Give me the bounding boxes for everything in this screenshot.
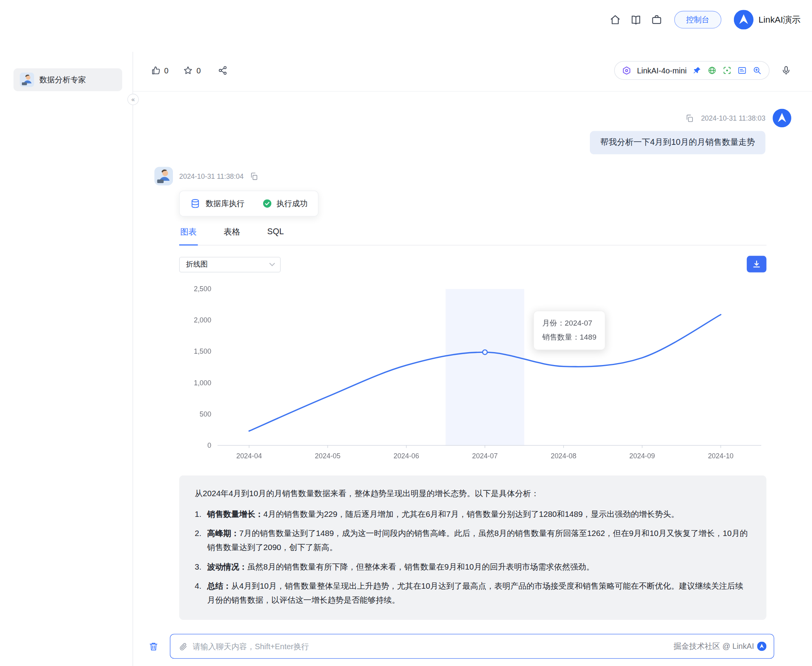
message-input-box[interactable]: 掘金技术社区 @ LinkAI xyxy=(170,634,774,659)
download-chart-button[interactable] xyxy=(747,256,766,272)
svg-text:2024-07: 2024-07 xyxy=(472,452,498,460)
clear-chat-button[interactable] xyxy=(149,641,158,651)
chart-type-value: 折线图 xyxy=(186,260,208,269)
assistant-message-timestamp: 2024-10-31 11:38:04 xyxy=(179,172,244,180)
success-check-icon xyxy=(263,199,271,208)
chart-tooltip: 月份：2024-07 销售数量：1489 xyxy=(533,311,605,350)
chevron-down-icon xyxy=(269,263,275,267)
brand-name: LinkAI演示 xyxy=(759,14,801,26)
user-avatar xyxy=(773,109,791,128)
tool-title: 数据库执行 xyxy=(206,199,244,208)
user-message-bubble: 帮我分析一下4月到10月的月销售数量走势 xyxy=(590,131,765,155)
sidebar-collapse-button[interactable]: « xyxy=(127,94,139,105)
analysis-item: 3. 波动情况：虽然8月的销售数量有所下降，但整体来看，销售数量在9月和10月的… xyxy=(195,560,751,574)
web-search-plugin-icon[interactable] xyxy=(707,66,717,75)
scan-plugin-icon[interactable] xyxy=(723,66,732,75)
copy-user-message-button[interactable] xyxy=(685,114,694,123)
analysis-intro: 从2024年4月到10月的月销售数量数据来看，整体趋势呈现出明显的增长态势。以下… xyxy=(195,487,751,500)
docs-icon[interactable] xyxy=(630,13,642,26)
copy-icon xyxy=(685,114,694,123)
sales-line-chart[interactable]: 05001,0001,5002,0002,5002024-042024-0520… xyxy=(179,280,766,466)
download-icon xyxy=(752,260,761,269)
console-button[interactable]: 控制台 xyxy=(674,11,721,28)
assistant-avatar xyxy=(154,167,173,185)
tool-status: 执行成功 xyxy=(276,199,308,208)
svg-text:1,000: 1,000 xyxy=(194,379,211,387)
analysis-item: 1. 销售数量增长：4月的销售数量为229，随后逐月增加，尤其在6月和7月，销售… xyxy=(195,508,751,521)
svg-text:2024-06: 2024-06 xyxy=(394,452,419,460)
conversation-toolbar: 0 0 LinkAI-4o-mini xyxy=(151,59,791,82)
microphone-button[interactable] xyxy=(781,65,791,76)
analysis-block: 从2024年4月到10月的月销售数量数据来看，整体趋势呈现出明显的增长态势。以下… xyxy=(179,475,766,620)
favorite-button[interactable]: 0 xyxy=(183,65,201,76)
svg-text:2024-08: 2024-08 xyxy=(551,452,577,460)
like-button[interactable]: 0 xyxy=(151,65,169,76)
copy-icon xyxy=(250,172,259,181)
tab-sql[interactable]: SQL xyxy=(266,227,285,245)
linkai-logo[interactable] xyxy=(734,10,753,29)
svg-text:2024-09: 2024-09 xyxy=(629,452,655,460)
svg-text:2024-10: 2024-10 xyxy=(708,452,734,460)
app: 控制台 LinkAI演示 数据分析专家 « 0 0 xyxy=(0,0,812,666)
message-input[interactable] xyxy=(192,642,668,651)
svg-text:0: 0 xyxy=(207,442,211,449)
model-selector[interactable]: LinkAI-4o-mini xyxy=(614,61,769,80)
composer: 掘金技术社区 @ LinkAI xyxy=(149,634,774,659)
result-tabs: 图表 表格 SQL xyxy=(179,227,766,246)
sidebar-item-agent[interactable]: 数据分析专家 xyxy=(13,68,122,91)
top-header: 控制台 LinkAI演示 xyxy=(0,0,812,39)
svg-text:1,500: 1,500 xyxy=(194,347,211,355)
line-chart-canvas[interactable]: 05001,0001,5002,0002,5002024-042024-0520… xyxy=(179,280,766,466)
copy-assistant-message-button[interactable] xyxy=(250,172,259,181)
tooltip-value: 销售数量：1489 xyxy=(542,330,597,344)
paperclip-icon[interactable] xyxy=(179,642,188,651)
like-count: 0 xyxy=(164,66,169,75)
thumbs-up-icon xyxy=(151,65,161,76)
model-name: LinkAI-4o-mini xyxy=(637,66,687,75)
user-message-timestamp: 2024-10-31 11:38:03 xyxy=(701,114,766,122)
database-icon xyxy=(190,198,201,209)
user-message-row: 帮我分析一下4月到10月的月销售数量走势 xyxy=(133,131,812,155)
analysis-item: 4. 总结：从4月到10月，销售数量整体呈现出上升趋势，尤其在10月达到了最高点… xyxy=(195,580,751,607)
svg-text:2,500: 2,500 xyxy=(194,285,211,293)
svg-text:2024-04: 2024-04 xyxy=(236,452,262,460)
tab-chart[interactable]: 图表 xyxy=(179,227,198,246)
share-icon xyxy=(217,65,228,76)
svg-text:500: 500 xyxy=(199,410,211,418)
assistant-message-meta: 2024-10-31 11:38:04 xyxy=(154,167,258,185)
chart-type-select[interactable]: 折线图 xyxy=(179,257,281,272)
chat-panel: 0 0 LinkAI-4o-mini xyxy=(133,52,812,666)
svg-text:2,000: 2,000 xyxy=(194,316,211,324)
analysis-item: 2. 高峰期：7月的销售数量达到了1489，成为这一时间段内的销售高峰。此后，虽… xyxy=(195,527,751,554)
star-icon xyxy=(183,65,194,76)
share-button[interactable] xyxy=(217,65,228,76)
trash-icon xyxy=(149,641,158,651)
toolbar-divider xyxy=(133,91,812,91)
favorite-count: 0 xyxy=(196,66,201,75)
home-icon[interactable] xyxy=(609,13,621,26)
pin-plugin-icon[interactable] xyxy=(693,66,702,75)
model-icon xyxy=(622,66,631,75)
db-execution-card[interactable]: 数据库执行 执行成功 xyxy=(179,191,319,216)
svg-text:2024-05: 2024-05 xyxy=(315,452,341,460)
zoom-plugin-icon[interactable] xyxy=(752,66,762,75)
agent-avatar-icon xyxy=(20,73,34,87)
tooltip-month: 月份：2024-07 xyxy=(542,317,597,331)
watermark-logo-icon xyxy=(757,642,766,651)
briefcase-icon[interactable] xyxy=(650,13,663,26)
tab-table[interactable]: 表格 xyxy=(223,227,241,245)
microphone-icon xyxy=(781,65,791,76)
user-message-meta: 2024-10-31 11:38:03 xyxy=(133,109,812,128)
watermark: 掘金技术社区 @ LinkAI xyxy=(673,641,766,651)
watermark-text: 掘金技术社区 @ LinkAI xyxy=(673,641,754,651)
agent-name: 数据分析专家 xyxy=(39,75,86,85)
notes-plugin-icon[interactable] xyxy=(737,66,747,75)
sidebar: 数据分析专家 xyxy=(0,52,133,666)
